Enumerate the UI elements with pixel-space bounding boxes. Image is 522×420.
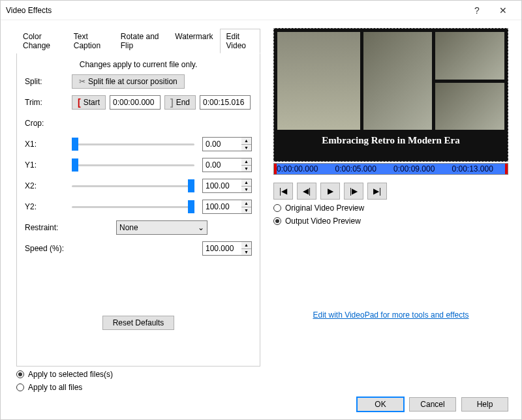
frame-back-button[interactable]: ◀| xyxy=(297,183,316,200)
trim-end-button[interactable]: ]End xyxy=(164,95,196,110)
close-icon[interactable]: ✕ xyxy=(490,5,516,16)
speed-spinner[interactable]: 100.000▲▼ xyxy=(202,241,252,256)
tab-bar: Color Change Text Caption Rotate and Fli… xyxy=(16,28,260,53)
y1-value[interactable]: 0.00 xyxy=(202,158,241,172)
y2-spinner[interactable]: 100.00▲▼ xyxy=(202,200,252,214)
trim-start-value[interactable]: 0:00:00.000 xyxy=(110,95,161,110)
frame-forward-button[interactable]: |▶ xyxy=(344,183,363,200)
speed-value[interactable]: 100.000 xyxy=(202,241,241,256)
ok-button[interactable]: OK xyxy=(357,397,404,412)
spin-up-icon[interactable]: ▲ xyxy=(241,179,251,187)
restraint-value: None xyxy=(119,223,138,232)
preview-thumb xyxy=(435,83,504,130)
timeline[interactable]: 0:00:00.000 0:00:05.000 0:00:09.000 0:00… xyxy=(273,163,508,175)
tab-text-caption[interactable]: Text Caption xyxy=(67,29,114,53)
x2-slider[interactable] xyxy=(72,179,194,193)
split-button[interactable]: ✂ Split file at cursor position xyxy=(72,74,185,89)
x1-value[interactable]: 0.00 xyxy=(202,137,241,151)
crop-label: Crop: xyxy=(25,119,72,128)
preview-thumb xyxy=(363,32,433,130)
chevron-down-icon: ⌄ xyxy=(198,223,204,232)
y1-label: Y1: xyxy=(25,160,72,170)
radio-icon xyxy=(273,204,281,212)
play-button[interactable]: ▶ xyxy=(320,183,340,200)
reset-defaults-button[interactable]: Reset Defaults xyxy=(102,316,174,330)
trim-start-button[interactable]: [Start xyxy=(72,95,106,110)
trim-end-label: End xyxy=(176,98,190,107)
preview-thumb xyxy=(435,32,504,80)
preview-caption: Embracing Retro in Modern Era xyxy=(277,135,504,146)
y2-value[interactable]: 100.00 xyxy=(202,200,241,214)
cancel-button[interactable]: Cancel xyxy=(409,397,456,412)
timeline-mark: 0:00:05.000 xyxy=(333,164,392,173)
timeline-mark: 0:00:09.000 xyxy=(391,164,450,173)
preview-output-radio[interactable]: Output Video Preview xyxy=(273,217,508,226)
y2-slider[interactable] xyxy=(72,200,194,214)
restraint-label: Restraint: xyxy=(25,223,116,232)
apply-selected-radio[interactable]: Apply to selected files(s) xyxy=(16,370,508,379)
skip-start-button[interactable]: |◀ xyxy=(273,183,293,200)
x2-spinner[interactable]: 100.00▲▼ xyxy=(202,179,252,193)
video-effects-dialog: Video Effects ? ✕ Color Change Text Capt… xyxy=(0,0,522,420)
x1-label: X1: xyxy=(25,140,72,149)
spin-down-icon[interactable]: ▼ xyxy=(241,166,251,172)
speed-label: Speed (%): xyxy=(25,244,155,253)
video-preview: Embracing Retro in Modern Era xyxy=(273,28,508,162)
spin-up-icon[interactable]: ▲ xyxy=(241,200,251,207)
preview-thumb xyxy=(277,32,360,130)
spin-down-icon[interactable]: ▼ xyxy=(241,145,251,151)
spin-up-icon[interactable]: ▲ xyxy=(241,158,251,166)
playback-controls: |◀ ◀| ▶ |▶ ▶| xyxy=(273,183,508,200)
x1-spinner[interactable]: 0.00▲▼ xyxy=(202,137,252,151)
scissors-icon: ✂ xyxy=(79,77,85,86)
restraint-select[interactable]: None ⌄ xyxy=(116,220,207,235)
split-button-label: Split file at cursor position xyxy=(88,77,177,86)
spin-down-icon[interactable]: ▼ xyxy=(241,207,251,214)
panel-note: Changes apply to current file only. xyxy=(25,60,252,69)
radio-icon xyxy=(16,370,24,378)
titlebar: Video Effects ? ✕ xyxy=(1,1,521,20)
trim-label: Trim: xyxy=(25,98,72,107)
videopad-link[interactable]: Edit with VideoPad for more tools and ef… xyxy=(273,310,508,320)
y1-spinner[interactable]: 0.00▲▼ xyxy=(202,158,252,172)
radio-icon xyxy=(16,383,24,391)
spin-up-icon[interactable]: ▲ xyxy=(241,138,251,145)
y2-label: Y2: xyxy=(25,202,72,211)
trim-start-label: Start xyxy=(84,98,100,107)
timeline-mark: 0:00:00.000 xyxy=(274,164,333,173)
tab-edit-video[interactable]: Edit Video xyxy=(220,29,261,53)
x1-slider[interactable] xyxy=(72,137,194,151)
tab-rotate-flip[interactable]: Rotate and Flip xyxy=(114,29,168,53)
edit-video-panel: Changes apply to current file only. Spli… xyxy=(16,53,260,367)
spin-up-icon[interactable]: ▲ xyxy=(241,242,251,249)
preview-output-label: Output Video Preview xyxy=(285,217,361,226)
spin-down-icon[interactable]: ▼ xyxy=(241,187,251,193)
radio-icon xyxy=(273,217,281,225)
trim-end-value[interactable]: 0:00:15.016 xyxy=(200,95,251,110)
preview-original-radio[interactable]: Original Video Preview xyxy=(273,203,508,213)
skip-end-button[interactable]: ▶| xyxy=(367,183,387,200)
x2-label: X2: xyxy=(25,181,72,190)
split-label: Split: xyxy=(25,77,72,86)
help-icon[interactable]: ? xyxy=(464,5,490,16)
y1-slider[interactable] xyxy=(72,158,194,172)
x2-value[interactable]: 100.00 xyxy=(202,179,241,193)
help-button[interactable]: Help xyxy=(461,397,508,412)
preview-original-label: Original Video Preview xyxy=(285,203,364,213)
spin-down-icon[interactable]: ▼ xyxy=(241,249,251,256)
tab-watermark[interactable]: Watermark xyxy=(168,29,219,53)
timeline-mark: 0:00:13.000 xyxy=(450,164,508,173)
window-title: Video Effects xyxy=(6,6,464,15)
apply-selected-label: Apply to selected files(s) xyxy=(28,370,113,379)
apply-all-radio[interactable]: Apply to all files xyxy=(16,383,508,392)
tab-color-change[interactable]: Color Change xyxy=(16,29,67,53)
apply-all-label: Apply to all files xyxy=(28,383,82,392)
